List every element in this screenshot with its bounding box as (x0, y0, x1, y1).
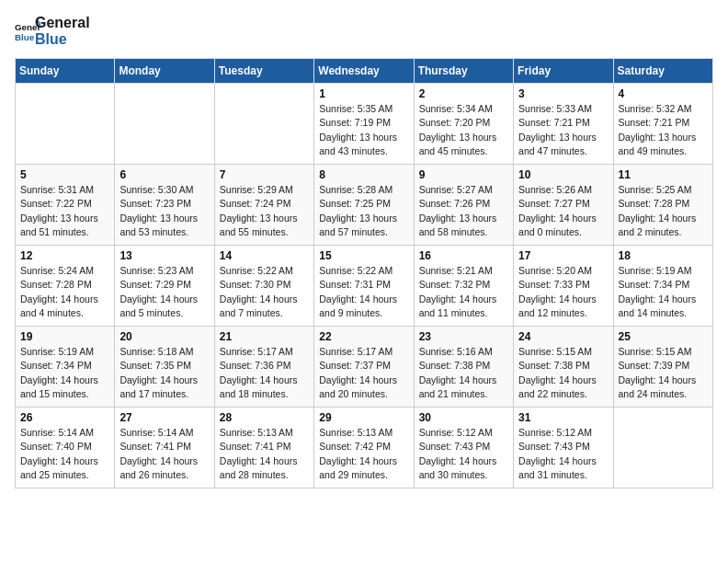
day-number: 2 (419, 87, 508, 100)
day-info: Sunrise: 5:33 AMSunset: 7:21 PMDaylight:… (518, 102, 608, 158)
calendar-day-cell: 7Sunrise: 5:29 AMSunset: 7:24 PMDaylight… (214, 165, 313, 246)
calendar-day-cell: 11Sunrise: 5:25 AMSunset: 7:28 PMDayligh… (613, 165, 712, 246)
day-info: Sunrise: 5:34 AMSunset: 7:20 PMDaylight:… (419, 102, 508, 158)
weekday-header-thursday: Thursday (414, 59, 513, 84)
calendar-week-5: 26Sunrise: 5:14 AMSunset: 7:40 PMDayligh… (16, 408, 713, 488)
calendar-day-cell (16, 84, 115, 165)
day-number: 18 (619, 249, 708, 262)
day-info: Sunrise: 5:35 AMSunset: 7:19 PMDaylight:… (319, 102, 408, 158)
day-number: 13 (119, 249, 209, 262)
calendar-day-cell: 13Sunrise: 5:23 AMSunset: 7:29 PMDayligh… (115, 246, 214, 327)
day-info: Sunrise: 5:24 AMSunset: 7:28 PMDaylight:… (20, 264, 109, 320)
day-info: Sunrise: 5:15 AMSunset: 7:39 PMDaylight:… (619, 345, 708, 401)
day-info: Sunrise: 5:22 AMSunset: 7:31 PMDaylight:… (319, 264, 408, 320)
day-number: 12 (20, 249, 109, 262)
page-header: General Blue General Blue (15, 15, 713, 47)
calendar-day-cell: 5Sunrise: 5:31 AMSunset: 7:22 PMDaylight… (16, 165, 115, 246)
calendar-day-cell: 30Sunrise: 5:12 AMSunset: 7:43 PMDayligh… (414, 408, 513, 488)
calendar-week-4: 19Sunrise: 5:19 AMSunset: 7:34 PMDayligh… (16, 327, 713, 408)
day-number: 4 (619, 87, 708, 100)
day-number: 23 (419, 330, 508, 343)
day-info: Sunrise: 5:22 AMSunset: 7:30 PMDaylight:… (220, 264, 309, 320)
day-info: Sunrise: 5:13 AMSunset: 7:42 PMDaylight:… (319, 426, 408, 482)
calendar-day-cell: 12Sunrise: 5:24 AMSunset: 7:28 PMDayligh… (16, 246, 115, 327)
day-number: 20 (119, 330, 209, 343)
calendar-day-cell: 27Sunrise: 5:14 AMSunset: 7:41 PMDayligh… (115, 408, 214, 488)
weekday-header-sunday: Sunday (16, 59, 115, 84)
calendar-day-cell (115, 84, 214, 165)
day-number: 10 (518, 168, 608, 181)
day-info: Sunrise: 5:25 AMSunset: 7:28 PMDaylight:… (619, 183, 708, 239)
calendar-day-cell: 10Sunrise: 5:26 AMSunset: 7:27 PMDayligh… (514, 165, 613, 246)
day-info: Sunrise: 5:20 AMSunset: 7:33 PMDaylight:… (518, 264, 608, 320)
day-number: 8 (319, 168, 408, 181)
day-number: 17 (518, 249, 608, 262)
day-number: 14 (220, 249, 309, 262)
calendar-day-cell: 22Sunrise: 5:17 AMSunset: 7:37 PMDayligh… (314, 327, 414, 408)
calendar-day-cell: 18Sunrise: 5:19 AMSunset: 7:34 PMDayligh… (613, 246, 712, 327)
calendar-day-cell: 2Sunrise: 5:34 AMSunset: 7:20 PMDaylight… (414, 84, 513, 165)
day-info: Sunrise: 5:31 AMSunset: 7:22 PMDaylight:… (20, 183, 109, 239)
day-number: 30 (419, 411, 508, 424)
day-number: 25 (619, 330, 708, 343)
logo: General Blue General Blue (15, 15, 90, 47)
day-info: Sunrise: 5:27 AMSunset: 7:26 PMDaylight:… (419, 183, 508, 239)
calendar-day-cell: 20Sunrise: 5:18 AMSunset: 7:35 PMDayligh… (115, 327, 214, 408)
day-number: 26 (20, 411, 109, 424)
calendar-day-cell: 29Sunrise: 5:13 AMSunset: 7:42 PMDayligh… (314, 408, 414, 488)
calendar-week-2: 5Sunrise: 5:31 AMSunset: 7:22 PMDaylight… (16, 165, 713, 246)
day-number: 31 (518, 411, 608, 424)
calendar-day-cell: 9Sunrise: 5:27 AMSunset: 7:26 PMDaylight… (414, 165, 513, 246)
day-info: Sunrise: 5:12 AMSunset: 7:43 PMDaylight:… (419, 426, 508, 482)
calendar-day-cell: 1Sunrise: 5:35 AMSunset: 7:19 PMDaylight… (314, 84, 414, 165)
day-number: 6 (119, 168, 209, 181)
day-info: Sunrise: 5:16 AMSunset: 7:38 PMDaylight:… (419, 345, 508, 401)
day-info: Sunrise: 5:23 AMSunset: 7:29 PMDaylight:… (119, 264, 209, 320)
calendar-day-cell: 3Sunrise: 5:33 AMSunset: 7:21 PMDaylight… (514, 84, 613, 165)
calendar-day-cell: 28Sunrise: 5:13 AMSunset: 7:41 PMDayligh… (214, 408, 313, 488)
calendar-day-cell: 26Sunrise: 5:14 AMSunset: 7:40 PMDayligh… (16, 408, 115, 488)
logo-blue: Blue (35, 31, 90, 48)
day-number: 22 (319, 330, 408, 343)
calendar-day-cell: 31Sunrise: 5:12 AMSunset: 7:43 PMDayligh… (514, 408, 613, 488)
calendar-week-3: 12Sunrise: 5:24 AMSunset: 7:28 PMDayligh… (16, 246, 713, 327)
calendar-day-cell: 19Sunrise: 5:19 AMSunset: 7:34 PMDayligh… (16, 327, 115, 408)
day-number: 27 (119, 411, 209, 424)
calendar-day-cell: 14Sunrise: 5:22 AMSunset: 7:30 PMDayligh… (214, 246, 313, 327)
day-info: Sunrise: 5:12 AMSunset: 7:43 PMDaylight:… (518, 426, 608, 482)
weekday-header-friday: Friday (514, 59, 613, 84)
day-info: Sunrise: 5:30 AMSunset: 7:23 PMDaylight:… (119, 183, 209, 239)
day-number: 9 (419, 168, 508, 181)
day-info: Sunrise: 5:14 AMSunset: 7:41 PMDaylight:… (119, 426, 209, 482)
weekday-header-saturday: Saturday (613, 59, 712, 84)
day-number: 7 (220, 168, 309, 181)
calendar-table: SundayMondayTuesdayWednesdayThursdayFrid… (15, 58, 713, 488)
weekday-header-wednesday: Wednesday (314, 59, 414, 84)
day-number: 21 (220, 330, 309, 343)
calendar-day-cell: 6Sunrise: 5:30 AMSunset: 7:23 PMDaylight… (115, 165, 214, 246)
day-info: Sunrise: 5:18 AMSunset: 7:35 PMDaylight:… (119, 345, 209, 401)
day-info: Sunrise: 5:28 AMSunset: 7:25 PMDaylight:… (319, 183, 408, 239)
day-number: 3 (518, 87, 608, 100)
day-info: Sunrise: 5:15 AMSunset: 7:38 PMDaylight:… (518, 345, 608, 401)
calendar-day-cell: 25Sunrise: 5:15 AMSunset: 7:39 PMDayligh… (613, 327, 712, 408)
day-info: Sunrise: 5:26 AMSunset: 7:27 PMDaylight:… (518, 183, 608, 239)
day-number: 19 (20, 330, 109, 343)
day-number: 29 (319, 411, 408, 424)
calendar-day-cell: 16Sunrise: 5:21 AMSunset: 7:32 PMDayligh… (414, 246, 513, 327)
day-info: Sunrise: 5:14 AMSunset: 7:40 PMDaylight:… (20, 426, 109, 482)
day-info: Sunrise: 5:32 AMSunset: 7:21 PMDaylight:… (619, 102, 708, 158)
calendar-day-cell: 21Sunrise: 5:17 AMSunset: 7:36 PMDayligh… (214, 327, 313, 408)
calendar-day-cell (613, 408, 712, 488)
calendar-day-cell: 15Sunrise: 5:22 AMSunset: 7:31 PMDayligh… (314, 246, 414, 327)
calendar-day-cell: 4Sunrise: 5:32 AMSunset: 7:21 PMDaylight… (613, 84, 712, 165)
day-info: Sunrise: 5:17 AMSunset: 7:36 PMDaylight:… (220, 345, 309, 401)
calendar-day-cell: 17Sunrise: 5:20 AMSunset: 7:33 PMDayligh… (514, 246, 613, 327)
calendar-week-1: 1Sunrise: 5:35 AMSunset: 7:19 PMDaylight… (16, 84, 713, 165)
day-number: 15 (319, 249, 408, 262)
day-info: Sunrise: 5:17 AMSunset: 7:37 PMDaylight:… (319, 345, 408, 401)
day-info: Sunrise: 5:19 AMSunset: 7:34 PMDaylight:… (619, 264, 708, 320)
day-number: 1 (319, 87, 408, 100)
calendar-day-cell (214, 84, 313, 165)
day-number: 5 (20, 168, 109, 181)
